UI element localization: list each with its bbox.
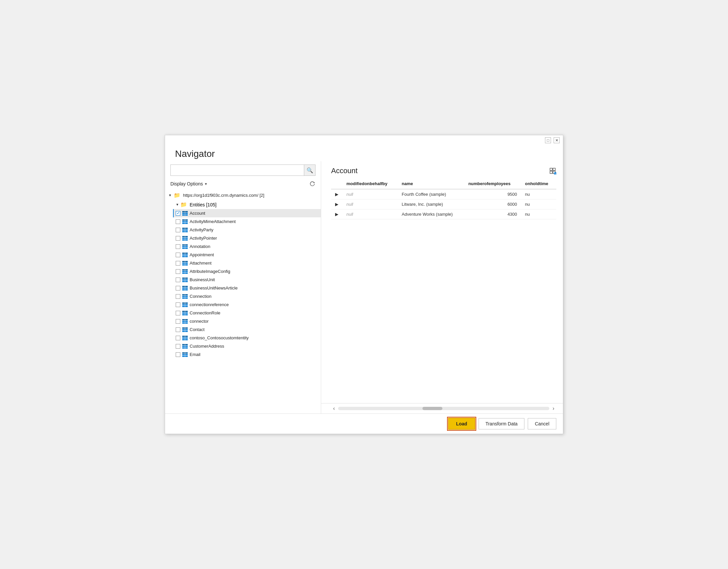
item-label: BusinessUnitNewsArticle (190, 286, 238, 291)
item-checkbox (176, 219, 180, 224)
right-panel-title: Account (331, 166, 358, 175)
tree-item[interactable]: Annotation (173, 242, 321, 250)
row-indicator: ▶ (331, 199, 342, 209)
column-header-numberofemployees: numberofemployees (464, 178, 521, 189)
item-label: connector (190, 319, 209, 324)
column-header-onholdtime: onholdtime (521, 178, 556, 189)
item-label: connectionreference (190, 302, 229, 307)
table-grid-icon (182, 352, 188, 357)
table-grid-icon (182, 211, 188, 216)
table-grid-icon (182, 236, 188, 240)
tree-item[interactable]: Email (173, 350, 321, 359)
scroll-track[interactable] (338, 407, 549, 410)
cell-modifiedonbehalfby: null (342, 199, 398, 209)
refresh-button[interactable] (310, 181, 316, 187)
data-table-wrapper: modifiedonbehalfbynamenumberofemployeeso… (321, 178, 563, 403)
item-label: contoso_Contosocustomtentity (190, 335, 249, 340)
item-checkbox (176, 311, 180, 316)
item-label: Email (190, 352, 201, 357)
item-label: ConnectionRole (190, 311, 221, 316)
tree-item[interactable]: ConnectionRole (173, 309, 321, 317)
tree-root-node[interactable]: ▼ 📁 https://org1d1f903c.crm.dynamics.com… (165, 190, 321, 200)
tree-item[interactable]: ActivityMimeAttachment (173, 217, 321, 226)
table-grid-icon (182, 303, 188, 307)
tree-item[interactable]: connector (173, 317, 321, 326)
item-checkbox (176, 303, 180, 307)
tree-item[interactable]: Attachment (173, 259, 321, 267)
entities-header[interactable]: ▼ 📁 Entities [105] (173, 200, 321, 209)
transform-data-button[interactable]: Transform Data (479, 418, 525, 429)
display-options-button[interactable]: Display Options ▼ (170, 180, 208, 188)
item-label: AttributeImageConfig (190, 269, 230, 274)
table-grid-icon (182, 294, 188, 299)
title-bar-buttons: □ ✕ (545, 137, 560, 143)
item-checkbox (176, 328, 180, 332)
item-label: BusinessUnit (190, 277, 215, 282)
tree-item[interactable]: contoso_Contosocustomtentity (173, 334, 321, 342)
item-label: ActivityMimeAttachment (190, 219, 236, 224)
minimize-button[interactable]: □ (545, 137, 551, 143)
left-panel: 🔍 Display Options ▼ ▼ 📁 (165, 161, 321, 414)
tree-item[interactable]: Contact (173, 326, 321, 334)
right-panel: Account ↻ (321, 161, 563, 414)
search-button[interactable]: 🔍 (304, 165, 315, 175)
item-checkbox (176, 269, 180, 274)
table-grid-icon (182, 311, 188, 316)
tree-group-entities: ▼ 📁 Entities [105] AccountActivityMimeAt… (165, 200, 321, 359)
svg-rect-0 (550, 168, 552, 170)
table-row: ▶nullFourth Coffee (sample)9500nu (331, 189, 556, 199)
close-button[interactable]: ✕ (554, 137, 560, 143)
svg-rect-2 (550, 171, 552, 173)
horizontal-scroll-bar: ‹ › (321, 403, 563, 414)
row-indicator: ▶ (331, 189, 342, 199)
table-header-row: modifiedonbehalfbynamenumberofemployeeso… (331, 178, 556, 189)
table-grid-icon (182, 286, 188, 291)
entities-arrow-icon: ▼ (176, 203, 179, 206)
cell-numberofemployees: 4300 (464, 209, 521, 219)
cell-name: Litware, Inc. (sample) (398, 199, 465, 209)
item-checkbox (176, 261, 180, 265)
table-row: ▶nullLitware, Inc. (sample)6000nu (331, 199, 556, 209)
row-indicator-header (331, 178, 342, 189)
tree-item[interactable]: CustomerAddress (173, 342, 321, 350)
load-button[interactable]: Load (448, 418, 475, 430)
tree-area[interactable]: ▼ 📁 https://org1d1f903c.crm.dynamics.com… (165, 189, 321, 414)
item-checkbox (176, 252, 180, 257)
tree-item[interactable]: BusinessUnitNewsArticle (173, 284, 321, 292)
tree-item[interactable]: Appointment (173, 250, 321, 259)
scroll-left-button[interactable]: ‹ (331, 405, 337, 412)
tree-item[interactable]: ActivityPointer (173, 234, 321, 242)
view-options-button[interactable]: ↻ (549, 167, 556, 174)
tree-item[interactable]: Connection (173, 292, 321, 301)
table-grid-icon (182, 228, 188, 232)
cell-onholdtime: nu (521, 199, 556, 209)
item-checkbox (176, 228, 180, 232)
tree-item[interactable]: Account (173, 209, 321, 217)
scroll-right-button[interactable]: › (551, 405, 556, 412)
cancel-button[interactable]: Cancel (528, 418, 556, 429)
table-grid-icon (182, 261, 188, 265)
item-checkbox (176, 294, 180, 299)
cell-modifiedonbehalfby: null (342, 209, 398, 219)
item-label: ActivityParty (190, 227, 214, 232)
tree-item[interactable]: AttributeImageConfig (173, 267, 321, 275)
search-bar: 🔍 (170, 164, 316, 176)
entities-folder-icon: 📁 (180, 201, 187, 208)
table-grid-icon (182, 252, 188, 257)
scroll-thumb (422, 407, 442, 410)
table-grid-icon (182, 328, 188, 332)
column-header-name: name (398, 178, 465, 189)
collapse-arrow-icon: ▼ (168, 193, 172, 197)
item-label: Contact (190, 327, 205, 332)
search-input[interactable] (171, 165, 304, 175)
svg-rect-1 (553, 168, 555, 170)
tree-item[interactable]: BusinessUnit (173, 275, 321, 284)
item-checkbox (176, 244, 180, 249)
cell-modifiedonbehalfby: null (342, 189, 398, 199)
tree-item[interactable]: connectionreference (173, 301, 321, 309)
root-folder-icon: 📁 (174, 192, 180, 198)
data-table: modifiedonbehalfbynamenumberofemployeeso… (331, 178, 556, 219)
tree-item[interactable]: ActivityParty (173, 226, 321, 234)
item-checkbox (176, 352, 180, 357)
table-header: modifiedonbehalfbynamenumberofemployeeso… (331, 178, 556, 189)
